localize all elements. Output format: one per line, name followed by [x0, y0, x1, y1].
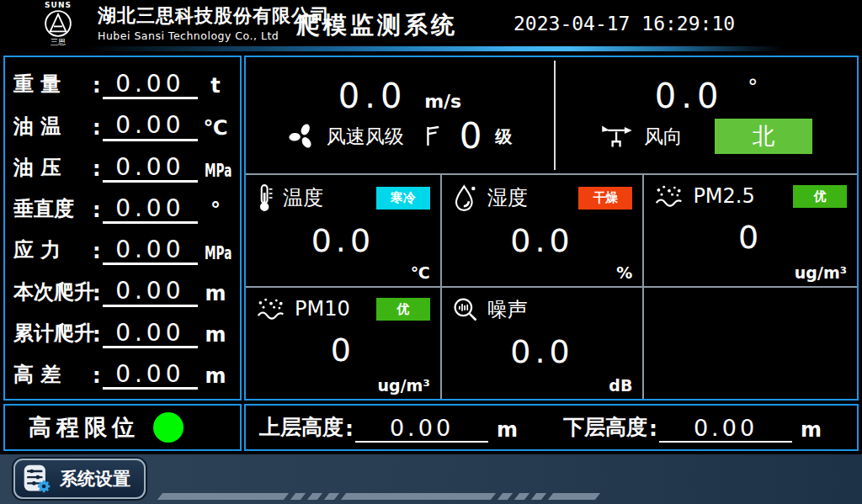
company-name-cn: 湖北三思科技股份有限公司	[98, 3, 330, 29]
measurement-row-height-diff: 高 差: 0.00 m	[13, 353, 233, 394]
wind-row: 0.0 m/s 风速风级 0 级	[246, 57, 857, 173]
logo-text-top: SUNS	[45, 1, 72, 9]
env-cell-humidity: 湿度 干燥 0.0 %	[442, 175, 643, 286]
row-value: 0.00	[103, 279, 198, 306]
upper-height-value: 0.00	[355, 416, 488, 442]
logo-text-bottom: 三思	[51, 38, 66, 46]
status-light	[153, 412, 184, 443]
row-unit: MPa	[205, 242, 226, 265]
row-unit: t	[198, 74, 233, 99]
cell-label: 湿度	[487, 184, 528, 211]
cell-value: 0	[654, 219, 847, 256]
header-divider-bar	[0, 46, 862, 51]
dust-icon	[654, 183, 684, 209]
row-label: 垂直度	[13, 195, 93, 224]
env-cell-empty	[644, 288, 857, 399]
row-value: 0.00	[103, 321, 198, 348]
measurement-row-weight: 重 量: 0.00 t	[13, 62, 233, 103]
wind-direction-label: 风向	[644, 124, 683, 150]
row-unit: m	[198, 364, 233, 390]
droplet-icon	[452, 183, 479, 212]
row-unit: ℃	[198, 116, 233, 141]
fan-icon	[288, 122, 317, 151]
cell-unit: %	[616, 263, 632, 282]
cell-label: PM2.5	[693, 184, 754, 208]
row-label: 重 量	[13, 71, 93, 99]
measurement-row-current-climb: 本次爬升: 0.00 m	[13, 269, 233, 310]
env-cell-pm25: PM2.5 优 0 ug/m³	[644, 175, 857, 286]
cell-label: PM10	[295, 297, 350, 321]
upper-height-label: 上层高度	[259, 413, 343, 443]
elevation-limit-box: 高程限位	[3, 404, 242, 451]
noise-icon	[452, 296, 479, 323]
thermometer-icon	[256, 183, 274, 212]
company-logo: SUNS 三思	[25, 1, 91, 46]
row-label: 油 压	[13, 154, 93, 183]
cell-unit: ug/m³	[795, 263, 847, 282]
lower-height-value: 0.00	[659, 416, 792, 442]
row-unit: m	[198, 323, 233, 348]
status-badge: 干燥	[578, 187, 632, 210]
measurement-row-oil-temp: 油 温: 0.00 ℃	[13, 103, 233, 145]
status-badge: 优	[793, 185, 847, 208]
cell-unit: ug/m³	[378, 376, 430, 395]
wind-direction-value: 0.0	[655, 77, 724, 115]
cell-value: 0.0	[452, 333, 633, 370]
system-settings-button[interactable]: 系统设置	[13, 459, 146, 499]
env-cell-pm10: PM10 优 0 ug/m³	[246, 288, 440, 399]
measurements-panel: 重 量: 0.00 t 油 温: 0.00 ℃ 油 压: 0.00 MPa 垂直…	[3, 56, 242, 401]
wind-speed-value: 0.0	[338, 77, 407, 115]
settings-gear-icon	[22, 464, 52, 494]
layer-heights-box: 上层高度: 0.00 m 下层高度: 0.00 m	[244, 404, 859, 451]
cell-unit: dB	[609, 376, 632, 395]
wind-speed-label: 风速风级	[327, 124, 404, 150]
company-name: 湖北三思科技股份有限公司 Hubei Sansi Technology Co.,…	[98, 3, 330, 42]
wind-level-icon	[423, 124, 441, 149]
sansi-logo-icon	[44, 9, 72, 38]
cell-label: 温度	[283, 184, 323, 211]
cell-value: 0	[256, 332, 430, 369]
measurement-row-stress: 应 力: 0.00 MPa	[13, 228, 233, 269]
row-unit: °	[198, 199, 233, 224]
measurement-row-oil-pressure: 油 压: 0.00 MPa	[13, 146, 233, 187]
page-title: 爬模监测系统	[296, 9, 458, 41]
row-unit: m	[198, 282, 233, 307]
header: SUNS 三思 湖北三思科技股份有限公司 Hubei Sansi Technol…	[0, 0, 862, 46]
row-value: 0.00	[103, 196, 198, 224]
wind-speed-block: 0.0 m/s 风速风级 0 级	[246, 57, 554, 173]
cell-label: 噪声	[487, 296, 528, 323]
datetime-display: 2023-04-17 16:29:10	[513, 13, 735, 34]
row-label: 油 温	[13, 113, 93, 141]
environment-grid: 温度 寒冷 0.0 ℃ 湿度 干燥 0.0 %	[246, 173, 857, 399]
row-value: 0.00	[103, 237, 198, 265]
measurement-row-verticality: 垂直度: 0.00 °	[13, 187, 233, 228]
wind-level-unit: 级	[495, 125, 512, 148]
row-label: 应 力	[13, 236, 93, 265]
cell-value: 0.0	[256, 222, 430, 259]
row-value: 0.00	[103, 113, 198, 141]
lower-height-group: 下层高度: 0.00 m	[563, 413, 843, 443]
upper-height-group: 上层高度: 0.00 m	[259, 413, 540, 443]
dust-icon	[256, 296, 286, 321]
taskbar: 系统设置	[0, 454, 862, 504]
row-value: 0.00	[103, 72, 198, 99]
elevation-limit-label: 高程限位	[29, 412, 140, 443]
wind-speed-unit: m/s	[424, 91, 461, 112]
measurement-row-total-climb: 累计爬升: 0.00 m	[13, 311, 233, 353]
wind-vane-icon	[600, 123, 634, 150]
wind-direction-block: 0.0 ° 风向 北	[556, 57, 857, 173]
wind-level-value: 0	[460, 119, 482, 154]
wind-direction-badge: 北	[715, 119, 812, 154]
row-label: 高 差	[13, 361, 93, 390]
row-unit: MPa	[205, 160, 226, 183]
status-badge: 优	[376, 298, 430, 321]
env-cell-noise: 噪声 0.0 dB	[442, 288, 643, 399]
upper-height-unit: m	[497, 418, 518, 443]
wind-direction-unit: °	[748, 76, 758, 99]
environment-panel: 0.0 m/s 风速风级 0 级	[244, 56, 859, 401]
row-value: 0.00	[103, 362, 198, 390]
cell-value: 0.0	[452, 222, 633, 259]
lower-height-unit: m	[801, 418, 822, 443]
row-label: 本次爬升	[13, 279, 93, 307]
row-value: 0.00	[103, 155, 198, 183]
